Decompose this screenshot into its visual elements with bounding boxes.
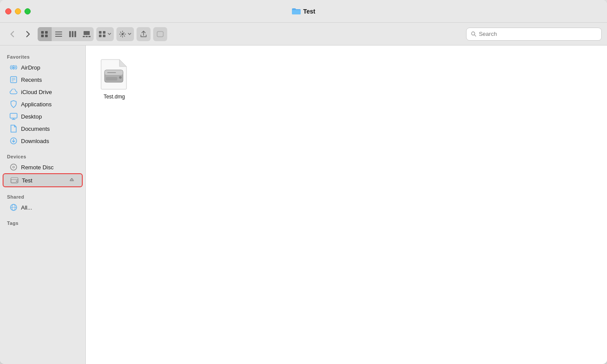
recents-label: Recents [21,77,42,83]
icloud-icon [10,88,18,96]
eject-button[interactable] [69,177,75,184]
svg-rect-27 [10,113,17,118]
forward-icon [26,31,30,37]
svg-rect-15 [103,31,105,34]
share-icon [140,31,147,38]
svg-rect-5 [55,34,62,35]
toolbar [0,23,607,46]
airdrop-icon [10,63,18,71]
svg-rect-1 [45,31,48,34]
icloud-label: iCloud Drive [21,89,52,95]
sidebar-item-desktop[interactable]: Desktop [3,110,83,122]
svg-rect-0 [41,31,44,34]
sidebar-item-remote-disc[interactable]: Remote Disc [3,161,83,173]
svg-point-31 [11,164,17,170]
close-button[interactable] [5,8,11,14]
airdrop-label: AirDrop [21,64,40,71]
file-area: Test.dmg [86,46,607,364]
finder-window: Test [0,0,607,364]
applications-label: Applications [21,101,52,108]
share-button[interactable] [137,27,151,41]
downloads-icon [10,137,18,145]
tag-icon [157,31,164,37]
eject-icon [69,177,75,183]
svg-rect-9 [74,31,76,37]
file-item-test-dmg[interactable]: Test.dmg [95,54,134,102]
action-button[interactable] [116,27,134,41]
nav-buttons [5,27,35,41]
disc-icon [10,163,18,171]
svg-rect-12 [86,36,88,37]
downloads-label: Downloads [21,138,49,144]
favorites-header: Favorites [0,51,85,61]
list-view-icon [55,31,62,37]
svg-rect-8 [72,31,74,37]
main-content: Favorites AirDrop [0,46,607,364]
devices-header: Devices [0,150,85,161]
list-view-button[interactable] [52,27,66,41]
sidebar-item-downloads[interactable]: Downloads [3,135,83,147]
all-shared-label: All... [21,204,32,211]
svg-rect-17 [103,35,105,37]
dmg-file-icon [98,57,130,92]
globe-icon [10,203,18,211]
sidebar-item-recents[interactable]: Recents [3,74,83,86]
sidebar-item-airdrop[interactable]: AirDrop [3,61,83,74]
chevron-down-icon [108,33,111,35]
desktop-icon [10,112,18,120]
tags-header: Tags [0,217,85,228]
sidebar: Favorites AirDrop [0,46,86,364]
svg-rect-2 [41,35,44,37]
traffic-lights [5,8,31,14]
gallery-view-icon [83,31,91,37]
folder-icon [292,8,301,15]
icon-view-icon [41,31,48,37]
svg-rect-6 [55,36,62,37]
tag-button[interactable] [153,27,167,41]
titlebar-center: Test [292,8,316,15]
applications-icon [10,100,18,108]
file-name-label: Test.dmg [104,94,125,100]
svg-rect-19 [157,32,163,37]
svg-rect-16 [99,35,102,37]
test-volume-label: Test [22,177,32,184]
svg-rect-10 [84,31,90,35]
gear-icon [119,31,126,38]
svg-rect-14 [99,31,102,34]
svg-rect-43 [106,77,117,80]
sidebar-item-all[interactable]: All... [3,201,83,214]
svg-rect-41 [107,72,116,73]
documents-icon [10,125,18,133]
window-title: Test [303,8,316,15]
view-buttons [38,27,94,41]
remote-disc-label: Remote Disc [21,164,53,171]
sidebar-item-test-volume[interactable]: Test [3,173,83,187]
svg-rect-13 [88,36,91,37]
svg-rect-11 [83,36,85,37]
search-input[interactable] [479,31,597,37]
chevron-down-icon2 [128,33,131,35]
icon-view-button[interactable] [38,27,52,41]
forward-button[interactable] [21,27,35,41]
gallery-view-button[interactable] [80,27,94,41]
svg-point-35 [16,181,18,182]
group-icon [99,31,106,37]
documents-label: Documents [21,126,50,132]
column-view-icon [69,31,76,37]
sidebar-item-documents[interactable]: Documents [3,122,83,135]
titlebar: Test [0,0,607,23]
maximize-button[interactable] [25,8,31,14]
svg-rect-4 [55,32,62,32]
sidebar-item-applications[interactable]: Applications [3,98,83,110]
minimize-button[interactable] [15,8,21,14]
svg-rect-34 [11,178,18,179]
column-view-button[interactable] [66,27,80,41]
back-button[interactable] [5,27,19,41]
drive-icon [11,176,18,184]
group-button[interactable] [96,27,114,41]
recents-icon [10,76,18,84]
desktop-label: Desktop [21,113,42,120]
search-box[interactable] [466,28,602,41]
sidebar-item-icloud[interactable]: iCloud Drive [3,86,83,98]
search-icon [471,31,476,37]
